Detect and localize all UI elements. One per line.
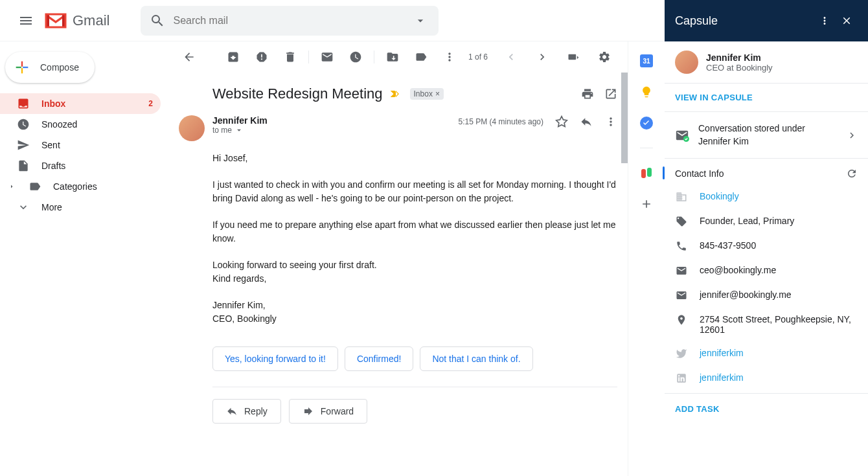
back-button[interactable]	[176, 44, 202, 70]
gmail-product-name: Gmail	[73, 12, 109, 29]
capsule-contact-name: Jennifer Kim	[706, 52, 773, 63]
main-menu-button[interactable]	[10, 5, 41, 36]
nav-inbox[interactable]: Inbox 2	[0, 93, 161, 114]
mark-unread-button[interactable]	[314, 44, 340, 70]
capsule-contact-avatar	[675, 51, 698, 74]
importance-marker-icon[interactable]	[389, 89, 402, 99]
nav-drafts[interactable]: Drafts	[0, 155, 161, 176]
forward-icon	[303, 405, 314, 417]
contact-info-heading: Contact Info	[675, 168, 724, 179]
forward-button[interactable]: Forward	[289, 399, 367, 424]
sender-avatar[interactable]	[179, 115, 205, 141]
settings-button[interactable]	[591, 44, 617, 70]
conversation-stored-row[interactable]: Conversation stored under Jennifer Kim	[665, 112, 868, 159]
contact-address: 2754 Scott Street, Poughkeepsie, NY, 126…	[700, 314, 858, 335]
draft-icon	[17, 159, 30, 172]
open-new-window-button[interactable]	[604, 87, 617, 100]
building-icon	[675, 191, 688, 203]
caret-down-icon	[414, 14, 427, 27]
more-actions-button[interactable]	[437, 44, 463, 70]
nav-snoozed[interactable]: Snoozed	[0, 114, 161, 135]
inbox-icon	[17, 97, 30, 110]
view-in-capsule-link[interactable]: VIEW IN CAPSULE	[665, 84, 868, 112]
label-chip-inbox[interactable]: Inbox ×	[410, 88, 444, 100]
calendar-addon[interactable]: 31	[640, 54, 653, 67]
contact-tags: Founder, Lead, Primary	[700, 216, 794, 226]
scrollbar[interactable]	[621, 73, 628, 163]
reply-icon	[226, 405, 238, 417]
email-icon	[675, 265, 688, 277]
email-timestamp: 5:15 PM (4 minutes ago)	[459, 117, 543, 126]
linkedin-icon	[675, 372, 688, 384]
caret-down-icon	[234, 126, 244, 135]
search-bar[interactable]	[141, 6, 439, 36]
reply-icon-button[interactable]	[580, 115, 593, 128]
pager-text: 1 of 6	[468, 52, 488, 62]
email-body: Hi Josef, I just wanted to check in with…	[212, 152, 617, 326]
reply-button[interactable]: Reply	[212, 399, 281, 424]
gmail-icon	[44, 12, 67, 30]
get-addons-button[interactable]	[640, 198, 653, 210]
smart-reply-3[interactable]: Not that I can think of.	[420, 346, 532, 371]
hamburger-icon	[18, 13, 34, 28]
send-icon	[17, 139, 30, 152]
compose-plus-icon	[13, 58, 31, 76]
email-subject: Website Redesign Meeting	[212, 85, 383, 102]
location-icon	[675, 314, 688, 326]
search-icon	[150, 13, 165, 28]
contact-email-1: ceo@bookingly.me	[700, 265, 776, 275]
search-options-dropdown[interactable]	[411, 14, 429, 27]
recipient-dropdown[interactable]: to me	[212, 126, 459, 135]
nav-sent[interactable]: Sent	[0, 135, 161, 155]
capsule-addon[interactable]	[640, 166, 653, 179]
svg-rect-11	[569, 54, 577, 60]
svg-rect-15	[641, 169, 646, 178]
sidebar: Compose Inbox 2 Snoozed Sent Drafts Cate…	[0, 41, 166, 476]
print-button[interactable]	[581, 87, 594, 100]
tasks-addon[interactable]	[640, 117, 653, 130]
nav-categories[interactable]: Categories	[0, 176, 161, 197]
label-icon	[29, 180, 41, 193]
clock-icon	[17, 118, 30, 131]
contact-email-2: jennifer@bookingly.me	[700, 289, 792, 300]
prev-button[interactable]	[498, 44, 524, 70]
smart-reply-1[interactable]: Yes, looking forward to it!	[212, 346, 338, 371]
search-input[interactable]	[173, 15, 411, 27]
move-to-button[interactable]	[380, 44, 405, 70]
remove-label-button[interactable]: ×	[435, 89, 440, 98]
linkedin-link[interactable]: jenniferkim	[700, 372, 744, 383]
tag-icon	[675, 216, 688, 227]
sender-name: Jennifer Kim	[212, 115, 459, 126]
capsule-menu-button[interactable]	[814, 10, 836, 32]
star-button[interactable]	[555, 115, 568, 128]
phone-icon	[675, 240, 688, 252]
nav-more[interactable]: More	[0, 197, 161, 218]
twitter-link[interactable]: jenniferkim	[700, 348, 744, 358]
svg-rect-16	[647, 168, 652, 177]
addons-rail: 31	[628, 41, 665, 476]
capsule-panel: Capsule Jennifer Kim CEO at Bookingly VI…	[665, 41, 868, 476]
capsule-close-button[interactable]	[836, 10, 858, 32]
next-button[interactable]	[529, 44, 555, 70]
chevron-down-icon	[17, 201, 30, 214]
compose-button[interactable]: Compose	[5, 52, 95, 83]
archive-button[interactable]	[220, 44, 246, 70]
spam-button[interactable]	[249, 44, 275, 70]
gmail-logo[interactable]: Gmail	[44, 12, 109, 30]
capsule-contact-subtitle: CEO at Bookingly	[706, 63, 773, 73]
delete-button[interactable]	[277, 44, 303, 70]
message-more-button[interactable]	[604, 115, 617, 128]
smart-reply-2[interactable]: Confirmed!	[345, 346, 413, 371]
labels-button[interactable]	[408, 44, 434, 70]
input-tools-button[interactable]	[560, 44, 586, 70]
contact-phone: 845-437-9500	[700, 240, 756, 251]
refresh-button[interactable]	[846, 168, 858, 179]
add-task-button[interactable]: ADD TASK	[665, 393, 868, 424]
company-link[interactable]: Bookingly	[700, 191, 739, 201]
keep-addon[interactable]	[640, 85, 653, 98]
svg-text:31: 31	[643, 58, 650, 65]
email-icon	[675, 289, 688, 301]
capsule-title: Capsule	[675, 14, 814, 28]
stored-mail-icon	[675, 128, 689, 142]
snooze-button[interactable]	[343, 44, 369, 70]
